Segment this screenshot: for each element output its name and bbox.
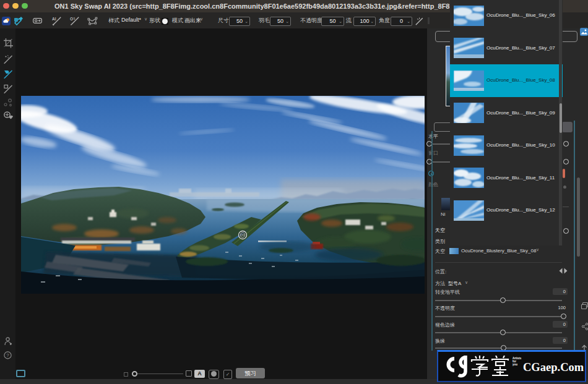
svg-text:AI: AI [52, 17, 56, 21]
svg-text:9: 9 [74, 17, 76, 20]
svg-text:O: O [70, 17, 73, 21]
svg-text:?: ? [6, 352, 9, 358]
